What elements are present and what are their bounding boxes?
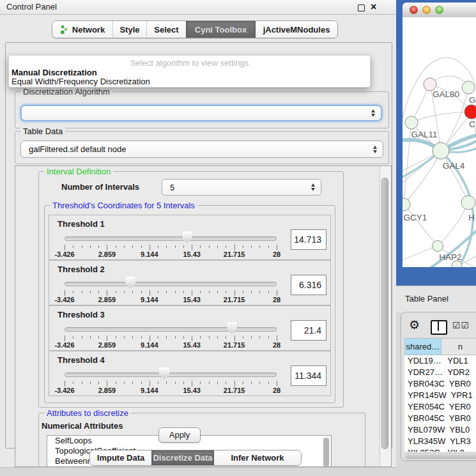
table-cell[interactable]: YLR3 [445,436,476,447]
tick-mark [166,336,167,339]
tab-discretize-data[interactable]: Discretize Data [151,450,213,465]
table-row[interactable]: YER054CYER0 [404,401,476,413]
table-row[interactable]: YBR045CYBR0 [404,413,476,424]
close-traffic-light[interactable] [410,6,418,14]
tick-mark [209,336,210,339]
columns-icon[interactable] [431,320,447,335]
cyni-mode-tabs: Impute Data Discretize Data Infer Networ… [89,450,302,466]
popup-option-equal-width-frequency[interactable]: Equal Width/Frequency Discretization [11,77,368,86]
node[interactable] [405,116,418,129]
table-cell[interactable]: YPR1 [447,390,476,401]
tick-label: 15.43 [183,250,201,258]
node[interactable] [424,78,436,91]
tick-label: -3.426 [54,296,74,303]
tick-mark [259,291,260,293]
node-label: H [468,213,475,222]
tick-mark [141,291,142,293]
tick-mark [226,245,226,248]
column-header-shared-name[interactable]: shared… [404,338,441,355]
network-window-titlebar[interactable] [403,3,476,18]
table-row[interactable]: YBL079WYBL0 [404,424,476,436]
table-cell[interactable]: YDR2 [443,367,476,378]
table-row[interactable]: YDL19…YDL1 [404,355,476,367]
table-cell[interactable]: YBR043C [404,378,445,390]
tick-mark [90,336,91,339]
tab-impute-data[interactable]: Impute Data [90,450,151,465]
close-panel-icon[interactable]: × [371,1,376,13]
table-cell[interactable]: YER0 [445,401,476,413]
table-data-group: Table Data galFiltered.sif default node [15,131,389,164]
zoom-traffic-light[interactable] [435,6,443,14]
threshold-value-input[interactable]: 21.4 [291,320,326,341]
threshold-value-input[interactable]: 11.344 [291,365,326,386]
slider-thumb[interactable] [182,231,192,243]
tick-mark [90,245,91,248]
tab-network[interactable]: Network [52,21,112,38]
scrollbar-thumb[interactable] [406,454,476,459]
scrollbar-thumb[interactable] [323,438,329,467]
settings-scrollbar[interactable] [380,166,391,466]
column-header-name[interactable]: n [441,338,476,355]
tick-label: 21.715 [224,387,245,394]
tab-infer-network[interactable]: Infer Network [213,450,301,465]
number-of-intervals-combobox[interactable]: 5 [162,179,321,196]
popup-option-manual-discretization[interactable]: Manual Discretization [11,68,368,77]
node[interactable] [433,142,449,159]
tick-mark [132,381,133,384]
table-cell[interactable]: YPR145W [404,390,447,401]
tab-select[interactable]: Select [146,21,186,38]
float-panel-icon[interactable] [358,4,365,12]
scrollbar-thumb[interactable] [381,178,388,449]
tick-mark [243,245,243,248]
table-header-row: shared… n [404,338,476,355]
threshold-value-input[interactable]: 14.713 [291,229,326,250]
tab-jactivemnodules[interactable]: jActiveMNodules [255,21,337,38]
table-row[interactable]: YDR27…YDR2 [404,367,476,378]
node[interactable] [433,241,443,252]
table-row[interactable]: YIL052CYIL0 [404,447,476,452]
tick-mark [150,335,150,341]
node-selected-red[interactable] [464,105,476,119]
slider-thumb[interactable] [159,367,169,380]
table-cell[interactable]: YDL19… [404,355,443,367]
network-canvas[interactable]: GAL80 GA C GAL11 GAL4 GCY1 H HAP2 [403,17,476,267]
algorithm-combobox[interactable] [20,105,382,121]
table-cell[interactable]: YBR0 [445,413,476,424]
gear-icon[interactable]: ⚙ [409,318,420,332]
table-cell[interactable]: YER054C [404,401,445,413]
tab-cyni-toolbox[interactable]: Cyni Toolbox [186,21,255,38]
table-horizontal-scrollbar[interactable] [404,453,476,461]
table-row[interactable]: YLR345WYLR3 [404,436,476,447]
tick-mark [73,336,73,339]
slider-thumb[interactable] [227,322,237,334]
table-row[interactable]: YPR145WYPR1 [404,390,476,401]
tick-mark [217,381,218,384]
apply-button[interactable]: Apply [158,427,201,443]
table-cell[interactable]: YLR345W [404,436,445,447]
tick-mark [107,335,107,341]
list-scrollbar[interactable] [323,436,330,467]
table-cell[interactable]: YBR0 [445,378,476,390]
slider-thumb[interactable] [125,277,135,289]
tick-mark [209,245,210,248]
table-cell[interactable]: YBL079W [404,424,445,436]
table-cell[interactable]: YDL1 [443,355,476,367]
tab-label: Network [72,25,105,35]
node[interactable] [461,196,475,210]
tab-style[interactable]: Style [112,21,146,38]
node[interactable] [403,198,410,211]
table-cell[interactable]: YBL0 [445,424,476,436]
tab-label: jActiveMNodules [263,25,330,35]
table-cell[interactable]: YBR045C [404,413,445,424]
minimize-traffic-light[interactable] [422,6,431,14]
threshold-value-input[interactable]: 6.316 [291,275,326,295]
table-cell[interactable]: YIL052C [404,447,443,452]
table-data-combobox[interactable]: galFiltered.sif default node [20,141,383,158]
select-checkboxes-icon[interactable]: ☑☑ [452,320,470,330]
table-cell[interactable]: YDR27… [404,367,443,378]
table-row[interactable]: YBR043CYBR0 [404,378,476,390]
table-cell[interactable]: YIL0 [443,447,476,452]
node[interactable] [462,81,475,94]
tick-label: 2.859 [98,341,116,349]
popup-prompt-item[interactable]: Select algorithm to view settings [9,58,370,68]
